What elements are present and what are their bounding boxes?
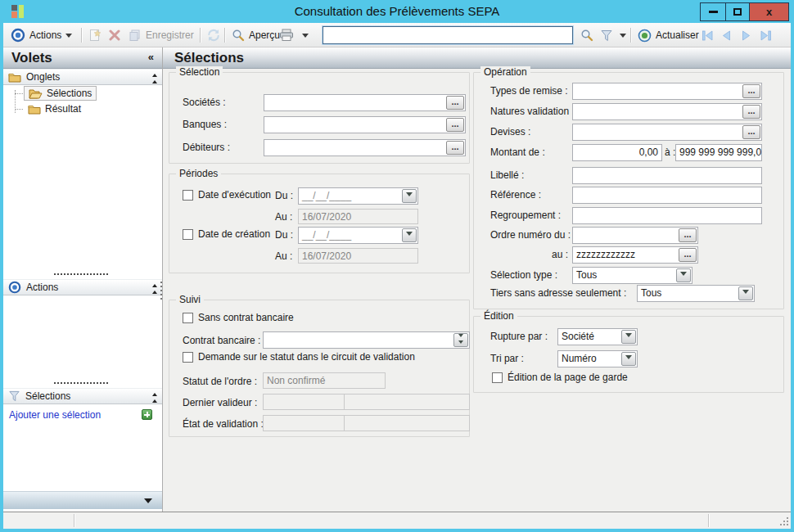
section-actions-header[interactable]: Actions [3, 279, 162, 295]
contrat-dropdown[interactable] [453, 333, 468, 347]
date-creation-checkbox[interactable] [183, 229, 193, 240]
page-garde-checkbox-row[interactable]: Édition de la page de garde [492, 372, 628, 383]
tree-connector [15, 109, 23, 110]
date-creation-du-combo[interactable]: __/__/____ [298, 227, 418, 244]
refresh-button[interactable] [205, 25, 223, 45]
tree-item-selections[interactable]: Sélections [24, 86, 97, 101]
libelle-label: Libellé : [490, 169, 524, 181]
print-button[interactable] [277, 25, 296, 45]
nav-previous-button[interactable] [719, 25, 734, 45]
sidebar-footer-collapse-icon[interactable] [144, 498, 152, 507]
debiteurs-input[interactable]: ... [264, 139, 466, 156]
tree-item-resultat[interactable]: Résultat [24, 101, 85, 116]
date-execution-du-combo[interactable]: __/__/____ [298, 187, 418, 205]
apercu-button[interactable]: Aperçu [229, 25, 282, 45]
search-icon [580, 29, 593, 42]
close-button[interactable]: x [750, 2, 789, 21]
types-remise-browse-button[interactable]: ... [742, 84, 760, 98]
date-execution-label: Date d'exécution [198, 189, 271, 201]
date-creation-du-dropdown[interactable] [402, 228, 417, 242]
save-button[interactable]: Enregistrer [126, 25, 196, 45]
natures-validation-input[interactable]: ... [572, 103, 762, 120]
contrat-combo[interactable] [263, 331, 470, 349]
reference-input[interactable] [572, 187, 762, 204]
debiteurs-browse-button[interactable]: ... [446, 141, 464, 155]
tri-par-label: Tri par : [490, 353, 524, 364]
delete-button[interactable] [106, 25, 123, 45]
page-garde-checkbox[interactable] [492, 372, 503, 383]
demande-checkbox[interactable] [183, 352, 193, 363]
regroupement-input[interactable] [572, 207, 762, 224]
devises-input[interactable]: ... [572, 124, 762, 141]
sidebar-collapse-button[interactable]: « [148, 51, 154, 63]
section-selections-header[interactable]: Sélections [3, 388, 162, 404]
tri-par-dropdown[interactable] [621, 352, 636, 366]
montant-min-input[interactable]: 0,00 [572, 144, 662, 161]
date-creation-label: Date de création [198, 228, 270, 240]
devises-browse-button[interactable]: ... [742, 125, 760, 139]
add-selection-plus-button[interactable] [142, 409, 152, 420]
nav-first-button[interactable] [699, 25, 716, 45]
group-operation-title: Opération [480, 66, 530, 78]
print-dropdown-button[interactable] [300, 25, 311, 45]
nav-last-button[interactable] [757, 25, 774, 45]
sidebar: Volets « Onglets Sélections Résultat Act… [3, 47, 163, 512]
ordre-numero-du-input[interactable]: ... [572, 227, 698, 244]
nav-next-button[interactable] [738, 25, 754, 45]
section-onglets-header[interactable]: Onglets [3, 69, 162, 85]
date-execution-checkbox[interactable] [183, 190, 193, 201]
societes-input[interactable]: ... [264, 94, 466, 111]
date-execution-du-dropdown[interactable] [402, 189, 417, 203]
selection-type-dropdown[interactable] [676, 268, 691, 282]
collapse-chevron-icon[interactable] [152, 282, 157, 294]
actions-menu-button[interactable]: Actions [8, 25, 74, 45]
maximize-button[interactable] [725, 2, 750, 21]
nav-next-icon [741, 30, 751, 41]
add-selection-link[interactable]: Ajouter une sélection [9, 409, 101, 421]
sans-contrat-label: Sans contrat bancaire [198, 312, 294, 323]
group-edition-title: Édition [480, 310, 517, 322]
banques-browse-button[interactable]: ... [446, 118, 464, 132]
demande-checkbox-row[interactable]: Demande sur le statut dans le circuit de… [183, 351, 415, 363]
new-button[interactable] [86, 25, 104, 45]
section-divider [54, 273, 108, 275]
filter-dropdown-button[interactable] [617, 25, 629, 45]
natures-validation-browse-button[interactable]: ... [742, 105, 760, 119]
tri-par-combo[interactable]: Numéro [557, 350, 638, 367]
libelle-input[interactable] [572, 167, 762, 184]
splitter-handle[interactable] [160, 282, 162, 300]
banques-input[interactable]: ... [264, 116, 466, 133]
status-bar [3, 512, 791, 529]
search-input[interactable] [323, 26, 573, 44]
resize-grip[interactable] [779, 516, 789, 526]
actualiser-button[interactable]: Actualiser [635, 25, 702, 45]
date-creation-checkbox-row[interactable]: Date de création [183, 228, 270, 240]
ordre-numero-au-input[interactable]: zzzzzzzzzzzz... [572, 246, 698, 264]
group-selection: Sélection Sociétés : ... Banques : ... D… [169, 72, 470, 164]
sidebar-footer-bar [3, 491, 162, 509]
rupture-par-dropdown[interactable] [621, 330, 636, 344]
tiers-dropdown[interactable] [738, 286, 753, 300]
form-area: Sélection Sociétés : ... Banques : ... D… [163, 69, 791, 512]
a-label: à : [665, 147, 675, 158]
rupture-par-combo[interactable]: Société [557, 328, 638, 345]
group-periodes: Périodes Date d'exécution Du : __/__/___… [169, 174, 470, 273]
selection-type-combo[interactable]: Tous [572, 267, 692, 284]
minimize-button[interactable] [700, 2, 725, 21]
collapse-chevron-icon[interactable] [152, 390, 157, 403]
collapse-chevron-icon[interactable] [152, 71, 157, 83]
montant-max-input[interactable]: 999 999 999 999,00 [675, 144, 762, 161]
sans-contrat-checkbox-row[interactable]: Sans contrat bancaire [183, 312, 294, 323]
section-divider [54, 382, 108, 384]
ordre-du-browse-button[interactable]: ... [679, 228, 697, 242]
dernier-valideur-input-2 [344, 394, 470, 410]
filter-button[interactable] [598, 25, 616, 45]
tiers-combo[interactable]: Tous [637, 285, 755, 302]
societes-browse-button[interactable]: ... [446, 96, 464, 110]
sans-contrat-checkbox[interactable] [183, 313, 193, 323]
date-execution-checkbox-row[interactable]: Date d'exécution [183, 189, 271, 201]
du-label: Du : [275, 229, 293, 241]
ordre-au-browse-button[interactable]: ... [679, 248, 697, 262]
types-remise-input[interactable]: ... [572, 83, 762, 100]
search-button[interactable] [578, 25, 596, 45]
